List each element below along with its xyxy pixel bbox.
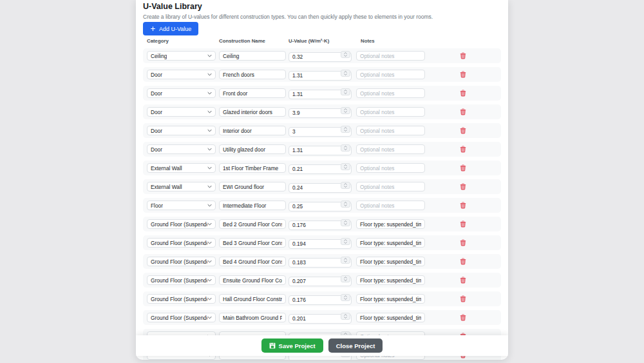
category-select-value: External Wall: [151, 184, 182, 190]
uvalue-table-row: Ground Floor (Suspended): [143, 235, 501, 250]
number-stepper[interactable]: [341, 144, 350, 152]
category-select[interactable]: Door: [147, 144, 216, 154]
category-select[interactable]: Ground Floor (Suspended): [147, 313, 216, 322]
number-stepper[interactable]: [341, 88, 350, 95]
number-stepper[interactable]: [341, 201, 350, 208]
category-select[interactable]: Door: [147, 107, 216, 117]
category-select[interactable]: Ground Floor (Suspended): [147, 275, 216, 285]
trash-icon[interactable]: [460, 202, 466, 209]
trash-icon[interactable]: [460, 239, 466, 246]
trash-icon[interactable]: [460, 164, 466, 172]
construction-name-input[interactable]: [219, 238, 286, 248]
trash-icon[interactable]: [460, 295, 466, 302]
category-select-value: Ground Floor (Suspended): [151, 277, 207, 284]
trash-icon[interactable]: [460, 146, 466, 153]
construction-name-input[interactable]: [219, 219, 286, 229]
trash-icon[interactable]: [460, 221, 466, 228]
category-select[interactable]: Ground Floor (Suspended): [147, 219, 216, 229]
notes-input[interactable]: [356, 201, 425, 210]
uvalue-field: [289, 106, 352, 118]
uvalue-row-list: Ceiling Door: [143, 48, 501, 360]
uvalue-field: [289, 237, 352, 249]
category-select[interactable]: Ground Floor (Suspended): [147, 257, 216, 266]
notes-input[interactable]: [356, 163, 425, 173]
column-header-category: Category: [147, 38, 219, 44]
notes-input[interactable]: [356, 126, 425, 135]
trash-icon[interactable]: [460, 108, 466, 115]
table-header: Category Construction Name U-Value (W/m²…: [147, 38, 501, 44]
notes-input[interactable]: [356, 294, 425, 304]
category-select-value: Door: [151, 90, 162, 97]
notes-input[interactable]: [356, 275, 425, 285]
uvalue-table-row: External Wall: [143, 179, 501, 194]
number-stepper[interactable]: [341, 275, 350, 282]
trash-icon[interactable]: [460, 314, 466, 321]
number-stepper[interactable]: [341, 126, 350, 133]
uvalue-field: [289, 255, 352, 268]
notes-input[interactable]: [356, 107, 425, 117]
notes-input[interactable]: [356, 144, 425, 154]
number-stepper[interactable]: [341, 238, 350, 245]
uvalue-field: [289, 274, 352, 286]
notes-input[interactable]: [356, 257, 425, 266]
construction-name-input[interactable]: [219, 275, 286, 285]
construction-name-input[interactable]: [219, 144, 286, 154]
number-stepper[interactable]: [341, 257, 350, 264]
construction-name-input[interactable]: [219, 294, 286, 304]
trash-icon[interactable]: [460, 183, 466, 190]
category-select[interactable]: External Wall: [147, 182, 216, 191]
notes-input[interactable]: [356, 182, 425, 191]
uvalue-field: [289, 68, 352, 81]
number-stepper[interactable]: [341, 219, 350, 226]
notes-input[interactable]: [356, 313, 425, 322]
construction-name-input[interactable]: [219, 257, 286, 266]
construction-name-input[interactable]: [219, 182, 286, 191]
trash-icon[interactable]: [460, 52, 466, 59]
construction-name-input[interactable]: [219, 107, 286, 117]
number-stepper[interactable]: [341, 70, 350, 77]
category-select[interactable]: Ceiling: [147, 51, 216, 61]
uvalue-table-row: Ground Floor (Suspended): [143, 217, 501, 231]
number-stepper[interactable]: [341, 313, 350, 320]
category-select-value: Floor: [151, 202, 163, 209]
trash-icon[interactable]: [460, 258, 466, 265]
chevron-down-icon: [207, 54, 212, 57]
uvalue-table-row: Ground Floor (Suspended): [143, 310, 501, 325]
trash-icon[interactable]: [460, 71, 466, 78]
close-project-button[interactable]: Close Project: [328, 338, 383, 353]
trash-icon[interactable]: [460, 127, 466, 134]
category-select[interactable]: Floor: [147, 201, 216, 210]
construction-name-input[interactable]: [219, 163, 286, 173]
category-select[interactable]: Ground Floor (Suspended): [147, 238, 216, 248]
category-select[interactable]: External Wall: [147, 163, 216, 173]
trash-icon[interactable]: [460, 277, 466, 284]
construction-name-input[interactable]: [219, 201, 286, 210]
construction-name-input[interactable]: [219, 88, 286, 98]
add-uvalue-button[interactable]: Add U-Value: [143, 22, 198, 35]
save-project-button[interactable]: Save Project: [261, 338, 323, 353]
notes-input[interactable]: [356, 70, 425, 79]
number-stepper[interactable]: [341, 294, 350, 301]
category-select[interactable]: Door: [147, 88, 216, 98]
notes-input[interactable]: [356, 219, 425, 229]
trash-icon[interactable]: [460, 90, 466, 97]
category-select[interactable]: Door: [147, 70, 216, 79]
number-stepper[interactable]: [341, 163, 350, 170]
chevron-down-icon: [207, 297, 212, 300]
category-select[interactable]: Door: [147, 126, 216, 135]
notes-input[interactable]: [356, 238, 425, 248]
number-stepper[interactable]: [341, 51, 350, 58]
uvalue-field: [289, 199, 352, 211]
notes-input[interactable]: [356, 51, 425, 61]
number-stepper[interactable]: [341, 182, 350, 189]
construction-name-input[interactable]: [219, 70, 286, 79]
construction-name-input[interactable]: [219, 126, 286, 135]
notes-input[interactable]: [356, 88, 425, 98]
construction-name-input[interactable]: [219, 51, 286, 61]
construction-name-input[interactable]: [219, 313, 286, 322]
category-select-value: Door: [151, 146, 162, 153]
number-stepper[interactable]: [341, 107, 350, 114]
column-header-uvalue: U-Value (W/m²·K): [289, 38, 361, 44]
save-project-label: Save Project: [279, 342, 316, 349]
category-select[interactable]: Ground Floor (Suspended): [147, 294, 216, 304]
